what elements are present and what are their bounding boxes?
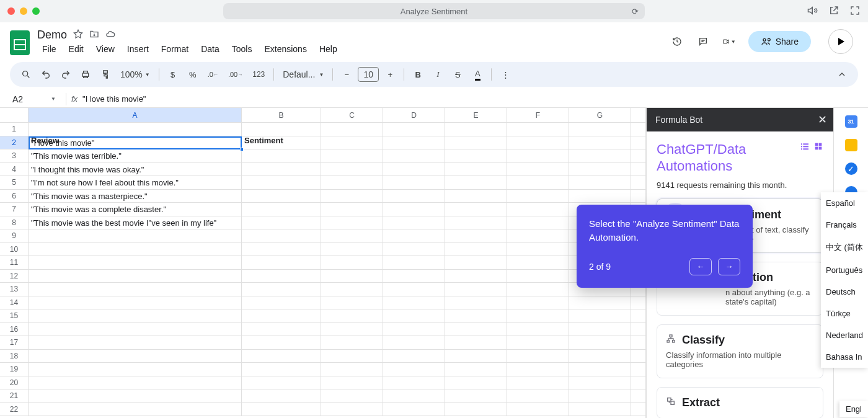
- cell[interactable]: [445, 123, 507, 136]
- coach-next-button[interactable]: →: [718, 258, 740, 275]
- cell[interactable]: [383, 296, 445, 309]
- cell[interactable]: [383, 176, 445, 189]
- row-header[interactable]: 14: [0, 296, 29, 309]
- cell[interactable]: [321, 323, 383, 336]
- name-box-dropdown-icon[interactable]: ▼: [46, 96, 61, 102]
- cell[interactable]: [242, 376, 321, 389]
- row-header[interactable]: 15: [0, 309, 29, 322]
- cell[interactable]: [569, 336, 631, 349]
- cell[interactable]: [383, 270, 445, 283]
- col-header-f[interactable]: F: [507, 108, 569, 122]
- cell[interactable]: [507, 323, 569, 336]
- list-view-icon[interactable]: [800, 141, 810, 153]
- col-header-b[interactable]: B: [242, 108, 321, 122]
- menu-file[interactable]: File: [37, 43, 61, 55]
- search-icon[interactable]: [17, 66, 35, 83]
- cell[interactable]: [242, 136, 321, 149]
- row-header[interactable]: 18: [0, 350, 29, 363]
- card-extract[interactable]: Extract: [657, 387, 823, 418]
- cell[interactable]: [507, 229, 569, 242]
- cell[interactable]: [507, 136, 569, 149]
- move-icon[interactable]: [89, 29, 99, 41]
- cell[interactable]: [569, 163, 631, 176]
- sheets-logo-icon[interactable]: [10, 30, 30, 55]
- cell[interactable]: [29, 283, 242, 296]
- row-header[interactable]: 8: [0, 216, 29, 229]
- cell[interactable]: [321, 136, 383, 149]
- menu-insert[interactable]: Insert: [122, 43, 154, 55]
- coach-prev-button[interactable]: ←: [689, 258, 712, 275]
- cell[interactable]: "This movie was terrible.": [29, 149, 242, 162]
- meet-icon[interactable]: ▼: [722, 35, 736, 48]
- cell[interactable]: [445, 256, 507, 269]
- cell[interactable]: [29, 243, 242, 256]
- tasks-icon[interactable]: ✓: [845, 162, 857, 175]
- cell[interactable]: [383, 376, 445, 389]
- cell[interactable]: [445, 323, 507, 336]
- cell[interactable]: [507, 296, 569, 309]
- cell[interactable]: [445, 176, 507, 189]
- fontsize-decrease-button[interactable]: −: [338, 66, 355, 83]
- undo-icon[interactable]: [37, 66, 55, 83]
- cell[interactable]: [383, 216, 445, 229]
- row-header[interactable]: 5: [0, 176, 29, 189]
- volume-icon[interactable]: [807, 5, 818, 18]
- col-header-a[interactable]: A: [29, 108, 242, 122]
- cell[interactable]: [321, 363, 383, 376]
- cell[interactable]: [321, 229, 383, 242]
- row-header[interactable]: 19: [0, 363, 29, 376]
- cell[interactable]: [242, 323, 321, 336]
- cell[interactable]: [569, 176, 631, 189]
- cell[interactable]: [383, 336, 445, 349]
- maximize-window-icon[interactable]: [32, 7, 40, 15]
- cell[interactable]: [242, 389, 321, 402]
- cell[interactable]: [569, 309, 631, 322]
- cell[interactable]: [569, 136, 631, 149]
- more-tools-icon[interactable]: ⋮: [497, 66, 514, 83]
- cell[interactable]: [383, 190, 445, 203]
- row-header[interactable]: 9: [0, 229, 29, 242]
- cell[interactable]: [321, 389, 383, 402]
- cell[interactable]: [507, 163, 569, 176]
- reload-icon[interactable]: ⟳: [632, 7, 639, 16]
- number-format-button[interactable]: 123: [249, 66, 268, 83]
- cell[interactable]: [445, 350, 507, 363]
- row-header[interactable]: 1: [0, 123, 29, 136]
- cell[interactable]: [242, 216, 321, 229]
- cell[interactable]: [29, 336, 242, 349]
- cell[interactable]: [383, 203, 445, 216]
- cell[interactable]: [445, 283, 507, 296]
- cell[interactable]: [242, 363, 321, 376]
- cell[interactable]: [445, 190, 507, 203]
- select-all-corner[interactable]: [0, 108, 29, 122]
- cell[interactable]: [445, 336, 507, 349]
- row-header[interactable]: 17: [0, 336, 29, 349]
- cell[interactable]: [321, 270, 383, 283]
- cell[interactable]: [242, 309, 321, 322]
- cell[interactable]: [242, 243, 321, 256]
- decrease-decimal-button[interactable]: .0←: [204, 66, 222, 83]
- row-header[interactable]: 10: [0, 243, 29, 256]
- minimize-window-icon[interactable]: [20, 7, 27, 15]
- row-header[interactable]: 13: [0, 283, 29, 296]
- menu-format[interactable]: Format: [156, 43, 193, 55]
- cell[interactable]: [445, 243, 507, 256]
- star-icon[interactable]: [73, 29, 83, 41]
- spreadsheet-grid[interactable]: A B C D E F G 1ReviewSentiment2"I love t…: [0, 108, 646, 418]
- cell[interactable]: [321, 123, 383, 136]
- percent-button[interactable]: %: [184, 66, 202, 83]
- cell[interactable]: [321, 403, 383, 416]
- cell[interactable]: [445, 136, 507, 149]
- cell[interactable]: [321, 309, 383, 322]
- row-header[interactable]: 7: [0, 203, 29, 216]
- row-header[interactable]: 21: [0, 389, 29, 402]
- cell[interactable]: [445, 309, 507, 322]
- cell[interactable]: [321, 256, 383, 269]
- cell[interactable]: [242, 336, 321, 349]
- row-header[interactable]: 6: [0, 190, 29, 203]
- open-external-icon[interactable]: [828, 5, 839, 18]
- present-button[interactable]: [828, 29, 853, 54]
- language-current[interactable]: Engl: [839, 401, 868, 417]
- cell[interactable]: [507, 149, 569, 162]
- cell[interactable]: [507, 176, 569, 189]
